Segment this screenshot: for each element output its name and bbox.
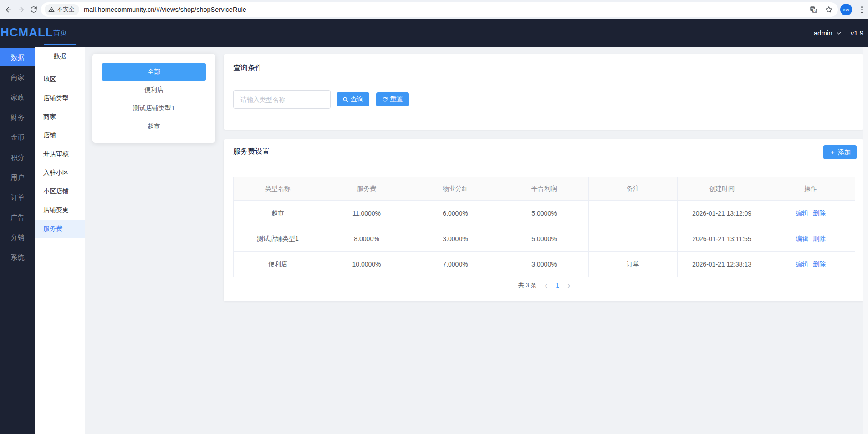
translate-icon[interactable]: 文A (809, 5, 818, 14)
query-card-title: 查询条件 (224, 54, 863, 73)
add-button[interactable]: ＋ 添加 (823, 145, 857, 159)
col-platform-profit: 平台利润 (500, 177, 589, 201)
delete-link[interactable]: 删除 (813, 209, 826, 217)
active-tab-underline (44, 44, 76, 45)
type-item-supermarket[interactable]: 超市 (92, 117, 215, 136)
cell-fee: 11.0000% (322, 201, 411, 226)
delete-link[interactable]: 删除 (813, 235, 826, 242)
browser-menu-icon[interactable] (858, 4, 865, 15)
search-icon (342, 96, 348, 102)
refresh-icon[interactable] (28, 4, 40, 15)
version-label: v1.9 (851, 29, 863, 37)
next-page-icon[interactable]: › (567, 281, 570, 289)
table-row: 测试店铺类型1 8.0000% 3.0000% 5.0000% 2026-01-… (234, 226, 855, 252)
cell-platform-profit: 3.0000% (500, 252, 589, 277)
edit-link[interactable]: 编辑 (796, 260, 808, 267)
submenu-item-merchant[interactable]: 商家 (35, 108, 85, 126)
delete-link[interactable]: 删除 (813, 260, 826, 267)
cell-actions: 编辑删除 (766, 252, 855, 277)
cell-note: 订单 (589, 252, 678, 277)
sidebar-item-merchant[interactable]: 商家 (0, 68, 35, 86)
cell-actions: 编辑删除 (766, 201, 855, 226)
forward-icon[interactable] (15, 4, 27, 15)
cell-property-share: 3.0000% (411, 226, 500, 252)
col-type-name: 类型名称 (234, 177, 322, 201)
col-note: 备注 (589, 177, 678, 201)
edit-link[interactable]: 编辑 (796, 235, 808, 242)
search-button[interactable]: 查询 (337, 92, 369, 106)
cell-fee: 8.0000% (322, 226, 411, 252)
url-text[interactable]: mall.homecommunity.cn/#/views/shop/shopS… (84, 6, 246, 13)
secondary-sidebar: 数据 地区 店铺类型 商家 店铺 开店审核 入驻小区 小区店铺 店铺变更 服务费 (35, 47, 85, 434)
pagination: 共 3 条 ‹ 1 › (233, 281, 855, 289)
divider (224, 81, 863, 81)
reset-icon (382, 96, 388, 102)
cell-type: 超市 (234, 201, 322, 226)
type-item-all[interactable]: 全部 (102, 63, 206, 81)
submenu-title: 数据 (35, 47, 85, 66)
chevron-down-icon (836, 30, 842, 36)
cell-created: 2026-01-21 13:11:55 (678, 226, 766, 252)
page-number[interactable]: 1 (556, 282, 559, 289)
col-created: 创建时间 (678, 177, 766, 201)
sidebar-item-points[interactable]: 积分 (0, 148, 35, 167)
cell-platform-profit: 5.0000% (500, 226, 589, 252)
cell-created: 2026-01-21 12:38:13 (678, 252, 766, 277)
submenu-item-shop[interactable]: 店铺 (35, 126, 85, 145)
browser-chrome: 不安全 mall.homecommunity.cn/#/views/shop/s… (0, 0, 868, 19)
table-row: 超市 11.0000% 6.0000% 5.0000% 2026-01-21 1… (234, 201, 855, 226)
main-content: 全部 便利店 测试店铺类型1 超市 查询条件 查询 重置 (85, 47, 863, 434)
submenu-item-open-audit[interactable]: 开店审核 (35, 145, 85, 163)
sidebar-item-housekeeping[interactable]: 家政 (0, 88, 35, 106)
total-count: 共 3 条 (518, 281, 536, 289)
query-conditions-card: 查询条件 查询 重置 (224, 54, 863, 130)
table-row: 便利店 10.0000% 7.0000% 3.0000% 订单 2026-01-… (234, 252, 855, 277)
submenu-item-service-fee[interactable]: 服务费 (35, 220, 85, 238)
type-item-test-type-1[interactable]: 测试店铺类型1 (92, 99, 215, 117)
user-dropdown[interactable]: admin (814, 29, 842, 37)
sidebar-item-coins[interactable]: 金币 (0, 128, 35, 146)
profile-avatar[interactable]: xw (840, 4, 852, 15)
prev-page-icon[interactable]: ‹ (545, 281, 547, 289)
sidebar-item-orders[interactable]: 订单 (0, 188, 35, 207)
cell-note (589, 201, 678, 226)
type-name-input[interactable] (233, 90, 331, 109)
sidebar-item-finance[interactable]: 财务 (0, 108, 35, 126)
back-icon[interactable] (2, 4, 14, 15)
sidebar-item-users[interactable]: 用户 (0, 168, 35, 187)
sidebar-item-distribution[interactable]: 分销 (0, 228, 35, 247)
username: admin (814, 29, 832, 37)
sidebar-item-data[interactable]: 数据 (0, 48, 35, 66)
col-property-share: 物业分红 (411, 177, 500, 201)
submenu-item-region[interactable]: 地区 (35, 71, 85, 89)
submenu-item-shop-type[interactable]: 店铺类型 (35, 89, 85, 107)
cell-created: 2026-01-21 13:12:09 (678, 201, 766, 226)
tab-home[interactable]: 首页 (44, 19, 76, 47)
sidebar-item-system[interactable]: 系统 (0, 248, 35, 267)
edit-link[interactable]: 编辑 (796, 209, 808, 217)
cell-fee: 10.0000% (322, 252, 411, 277)
page-scrollbar[interactable] (863, 47, 868, 434)
bookmark-star-icon[interactable] (824, 5, 833, 14)
cell-type: 测试店铺类型1 (234, 226, 322, 252)
cell-platform-profit: 5.0000% (500, 201, 589, 226)
col-service-fee: 服务费 (322, 177, 411, 201)
warning-triangle-icon (48, 6, 55, 13)
svg-text:A: A (813, 9, 816, 12)
security-chip[interactable]: 不安全 (45, 4, 79, 15)
cell-note (589, 226, 678, 252)
col-actions: 操作 (766, 177, 855, 201)
reset-button[interactable]: 重置 (376, 92, 409, 106)
service-fee-table: 类型名称 服务费 物业分红 平台利润 备注 创建时间 操作 超市 11.0000… (233, 177, 855, 277)
security-label: 不安全 (57, 5, 75, 14)
service-fee-card: 服务费设置 ＋ 添加 类型名称 服务费 物业分红 平台利润 备注 创建时间 操作 (224, 139, 863, 301)
sidebar-item-ads[interactable]: 广告 (0, 208, 35, 227)
type-item-convenience-store[interactable]: 便利店 (92, 81, 215, 99)
url-bar[interactable]: 不安全 mall.homecommunity.cn/#/views/shop/s… (41, 2, 838, 17)
submenu-item-shop-change[interactable]: 店铺变更 (35, 201, 85, 219)
cell-actions: 编辑删除 (766, 226, 855, 252)
table-header-row: 类型名称 服务费 物业分红 平台利润 备注 创建时间 操作 (234, 177, 855, 201)
submenu-item-community-entry[interactable]: 入驻小区 (35, 164, 85, 182)
cell-property-share: 6.0000% (411, 201, 500, 226)
submenu-item-community-shop[interactable]: 小区店铺 (35, 182, 85, 201)
